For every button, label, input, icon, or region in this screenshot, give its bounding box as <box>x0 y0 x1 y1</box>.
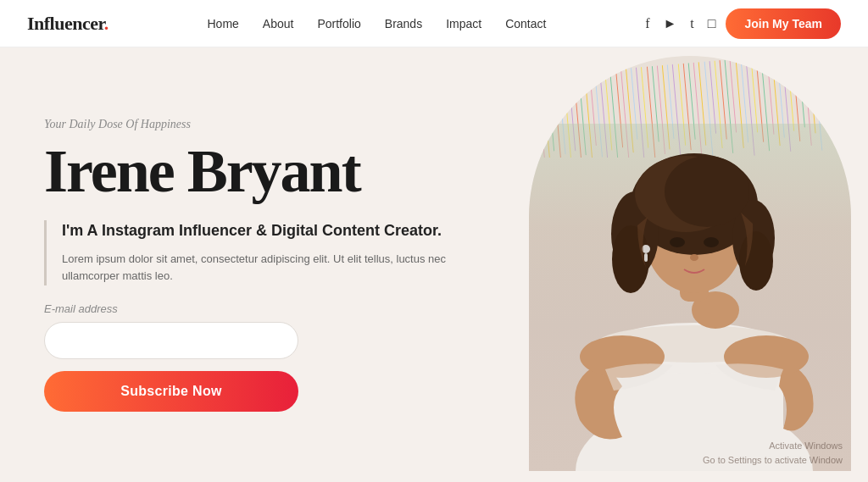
nav-home[interactable]: Home <box>207 17 238 30</box>
youtube-icon[interactable]: ► <box>663 16 676 31</box>
person-illustration <box>529 56 851 471</box>
hero-left: Your Daily Dose Of Happiness Irene Bryan… <box>0 47 495 482</box>
logo: Influencer. <box>27 13 108 35</box>
svg-point-11 <box>739 231 773 291</box>
svg-point-13 <box>665 156 749 227</box>
watermark-line2: Go to Settings to activate Window <box>703 455 843 465</box>
description-body: Lorem ipsum dolor sit amet, consectetur … <box>62 251 454 286</box>
svg-point-16 <box>690 254 698 261</box>
logo-text: Influencer <box>27 13 104 34</box>
social-icons: f ► t □ <box>645 16 715 31</box>
main-content: Your Daily Dose Of Happiness Irene Bryan… <box>0 47 868 482</box>
watermark-line1: Activate Windows <box>769 440 843 451</box>
nav-portfolio[interactable]: Portfolio <box>317 17 360 30</box>
hero-right: Activate Windows Go to Settings to activ… <box>495 47 868 482</box>
nav-impact[interactable]: Impact <box>446 17 481 30</box>
hero-name: Irene Bryant <box>44 140 454 204</box>
arch-frame <box>529 56 851 471</box>
nav-about[interactable]: About <box>263 17 294 30</box>
description-title: I'm A Instagram Influencer & Digital Con… <box>62 220 454 241</box>
twitter-icon[interactable]: t <box>690 16 693 31</box>
logo-dot: . <box>104 13 108 34</box>
nav-right: f ► t □ Join My Team <box>645 8 841 39</box>
svg-rect-18 <box>644 253 648 262</box>
hero-tagline: Your Daily Dose Of Happiness <box>44 118 454 131</box>
watermark: Activate Windows Go to Settings to activ… <box>703 439 843 467</box>
description-block: I'm A Instagram Influencer & Digital Con… <box>44 220 454 285</box>
nav-brands[interactable]: Brands <box>385 17 422 30</box>
instagram-icon[interactable]: □ <box>708 16 716 31</box>
nav-contact[interactable]: Contact <box>505 17 546 30</box>
join-team-button[interactable]: Join My Team <box>726 8 841 39</box>
email-label: E-mail address <box>44 302 454 315</box>
svg-point-14 <box>670 237 685 247</box>
subscribe-button[interactable]: Subscribe Now <box>44 371 298 412</box>
nav-links: Home About Portfolio Brands Impact Conta… <box>207 16 546 31</box>
svg-point-15 <box>704 237 719 247</box>
navigation: Influencer. Home About Portfolio Brands … <box>0 0 868 47</box>
facebook-icon[interactable]: f <box>645 16 649 31</box>
email-input[interactable] <box>44 322 298 359</box>
